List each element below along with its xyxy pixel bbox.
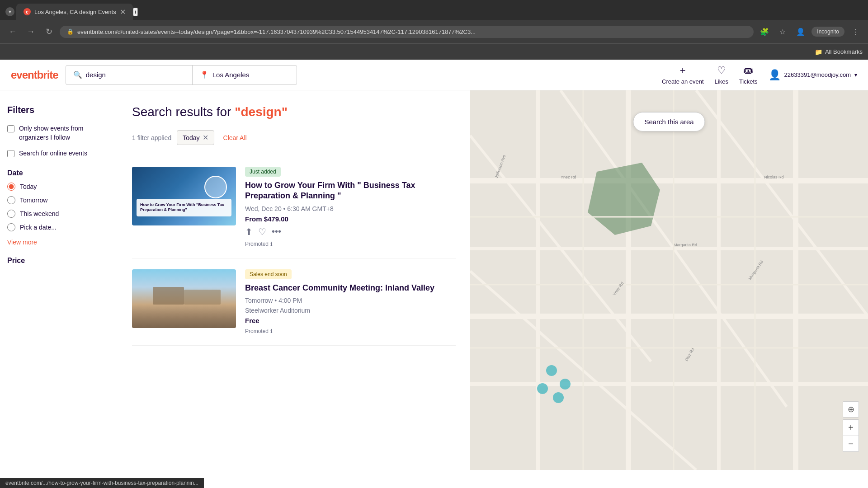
- nav-controls: ← → ↻ 🔒 eventbrite.com/d/united-states/e…: [0, 20, 868, 43]
- event-price: From $479.00: [245, 215, 456, 223]
- online-events-checkbox[interactable]: Search for online events: [7, 149, 110, 158]
- date-view-more[interactable]: View more: [7, 239, 37, 246]
- organizers-follow-checkbox[interactable]: Only show events from organizers I follo…: [7, 124, 110, 142]
- event-card: Sales end soon Breast Cancer Community M…: [132, 258, 456, 346]
- date-tomorrow-radio[interactable]: [7, 196, 15, 204]
- organizers-follow-input[interactable]: [7, 125, 14, 132]
- tickets-button[interactable]: 🎟 Tickets: [739, 65, 758, 85]
- search-results-title: Search results for "design": [132, 105, 456, 119]
- price-filter-title: Price: [7, 257, 110, 265]
- event-image[interactable]: [132, 269, 236, 328]
- event-info: Just added How to Grow Your Firm With " …: [245, 167, 456, 247]
- location-input-wrapper[interactable]: 📍: [193, 66, 297, 84]
- event-badge: Sales end soon: [245, 269, 292, 279]
- date-filter-group: Date Today Tomorrow This weekend Pick a …: [7, 169, 110, 246]
- date-today-label: Today: [20, 183, 37, 190]
- back-button[interactable]: ←: [5, 24, 20, 39]
- url-display: eventbrite.com/d/united-states/events--t…: [77, 28, 746, 35]
- date-pick-label: Pick a date...: [20, 224, 57, 231]
- event-badge: Just added: [245, 167, 281, 177]
- event-info: Sales end soon Breast Cancer Community M…: [245, 269, 456, 334]
- tab-list-icon[interactable]: ▾: [5, 7, 14, 16]
- svg-point-21: [537, 383, 548, 394]
- forward-button[interactable]: →: [24, 24, 38, 39]
- tab-bar: ▾ e Los Angeles, CA design Events ✕ +: [0, 0, 868, 20]
- map-container[interactable]: Jefferson Ave Ynez Rd Margarita Rd Nicol…: [470, 90, 868, 470]
- more-button[interactable]: •••: [272, 226, 281, 237]
- active-tab[interactable]: e Los Angeles, CA design Events ✕: [16, 4, 133, 20]
- svg-point-20: [553, 392, 564, 403]
- svg-text:Ynez Rd: Ynez Rd: [561, 175, 576, 179]
- clear-all-button[interactable]: Clear All: [223, 134, 247, 141]
- search-this-area-button[interactable]: Search this area: [633, 112, 705, 131]
- active-filter-chip[interactable]: Today ✕: [177, 130, 214, 145]
- filter-group-checkboxes: Only show events from organizers I follo…: [7, 124, 110, 158]
- tab-title: Los Angeles, CA design Events: [34, 9, 116, 15]
- remove-filter-button[interactable]: ✕: [203, 133, 208, 142]
- location-icon: 📍: [200, 70, 209, 79]
- promoted-label: Promoted: [245, 241, 269, 247]
- date-today-radio[interactable]: [7, 183, 15, 191]
- zoom-out-button[interactable]: −: [843, 436, 859, 452]
- events-list: How to Grow Your Firm With "Business Tax…: [132, 156, 456, 346]
- heart-icon: ♡: [717, 65, 726, 76]
- date-pick-radio[interactable]: [7, 223, 15, 231]
- sidebar: Filters Only show events from organizers…: [0, 90, 118, 470]
- svg-text:Margarita Rd: Margarita Rd: [674, 243, 697, 247]
- tab-close-button[interactable]: ✕: [120, 8, 126, 16]
- search-box: 🔍 📍: [66, 65, 297, 85]
- svg-point-18: [546, 365, 557, 376]
- incognito-badge: Incognito: [811, 27, 844, 37]
- info-icon[interactable]: ℹ: [270, 241, 273, 247]
- event-title[interactable]: Breast Cancer Community Meeting: Inland …: [245, 283, 456, 293]
- zoom-controls: + −: [843, 419, 859, 452]
- eventbrite-logo[interactable]: eventbrite: [11, 69, 58, 81]
- eventbrite-page: eventbrite 🔍 📍 + Create an event ♡ Likes…: [0, 60, 868, 488]
- search-input-wrapper[interactable]: 🔍: [66, 66, 193, 84]
- filters-title: Filters: [7, 105, 110, 115]
- location-input[interactable]: [212, 71, 289, 79]
- all-bookmarks[interactable]: 📁 All Bookmarks: [815, 48, 863, 56]
- event-date: Wed, Dec 20 • 6:30 AM GMT+8: [245, 205, 456, 212]
- event-title[interactable]: How to Grow Your Firm With " Business Ta…: [245, 180, 456, 202]
- event-date: Tomorrow • 4:00 PM: [245, 297, 456, 304]
- browser-window: ▾ e Los Angeles, CA design Events ✕ + ← …: [0, 0, 868, 60]
- search-input[interactable]: [86, 71, 185, 79]
- profile-button[interactable]: 👤: [793, 24, 808, 39]
- menu-button[interactable]: ⋮: [848, 24, 863, 39]
- bookmark-button[interactable]: ☆: [775, 24, 790, 39]
- promoted-badge: Promoted ℹ: [245, 328, 456, 334]
- date-filter-title: Date: [7, 169, 110, 177]
- event-card: How to Grow Your Firm With "Business Tax…: [132, 156, 456, 258]
- date-weekend-label: This weekend: [20, 210, 59, 217]
- event-image[interactable]: How to Grow Your Firm With "Business Tax…: [132, 167, 236, 225]
- user-icon: 👤: [769, 69, 781, 81]
- date-tomorrow-label: Tomorrow: [20, 197, 47, 204]
- my-location-button[interactable]: ⊕: [843, 401, 859, 418]
- date-weekend-radio[interactable]: [7, 210, 15, 218]
- status-bar: eventbrite.com/.../how-to-grow-your-firm…: [0, 478, 204, 488]
- user-menu[interactable]: 👤 22633391@moodjoy.com ▾: [769, 69, 857, 81]
- share-button[interactable]: ⬆: [245, 226, 253, 237]
- active-filter-label: Today: [183, 134, 199, 141]
- create-event-button[interactable]: + Create an event: [662, 65, 704, 85]
- date-weekend[interactable]: This weekend: [7, 210, 110, 218]
- browser-actions: 🧩 ☆ 👤 Incognito ⋮: [757, 24, 863, 39]
- new-tab-button[interactable]: +: [133, 8, 138, 16]
- promoted-badge: Promoted ℹ: [245, 241, 456, 247]
- refresh-button[interactable]: ↻: [42, 24, 56, 39]
- status-url: eventbrite.com/.../how-to-grow-your-firm…: [5, 480, 198, 486]
- extensions-button[interactable]: 🧩: [757, 24, 772, 39]
- likes-button[interactable]: ♡ Likes: [715, 65, 728, 85]
- date-today[interactable]: Today: [7, 183, 110, 191]
- date-tomorrow[interactable]: Tomorrow: [7, 196, 110, 204]
- date-pick[interactable]: Pick a date...: [7, 223, 110, 231]
- zoom-in-button[interactable]: +: [843, 419, 859, 436]
- event-price: Free: [245, 317, 456, 324]
- map-svg: Jefferson Ave Ynez Rd Margarita Rd Nicol…: [470, 90, 868, 470]
- info-icon[interactable]: ℹ: [270, 328, 273, 334]
- like-button[interactable]: ♡: [258, 226, 266, 237]
- event-venue: Steelworker Auditorium: [245, 307, 456, 314]
- address-bar[interactable]: 🔒 eventbrite.com/d/united-states/events-…: [60, 26, 754, 38]
- online-events-input[interactable]: [7, 150, 14, 157]
